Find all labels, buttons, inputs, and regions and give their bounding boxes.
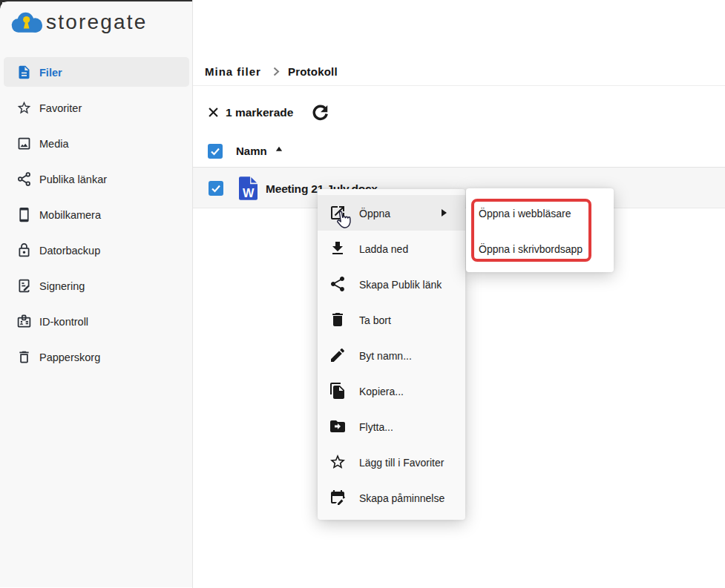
svg-text:W: W bbox=[242, 186, 254, 199]
